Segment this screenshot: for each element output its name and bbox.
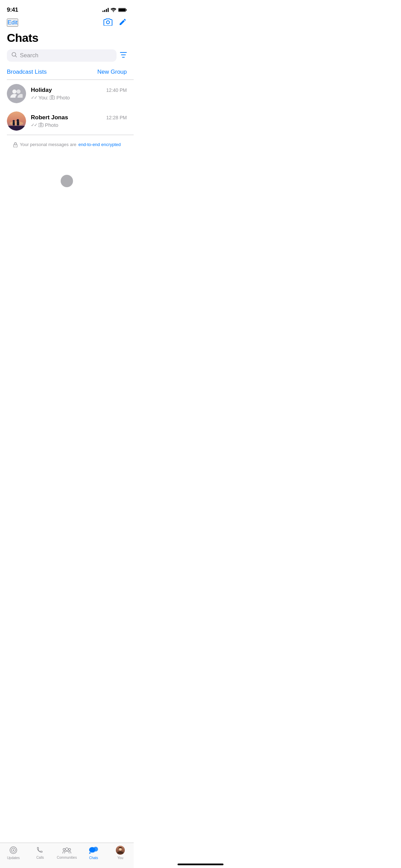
chat-list: Holiday 12:40 PM ✓✓ You: Photo bbox=[0, 80, 134, 154]
svg-rect-1 bbox=[126, 9, 127, 11]
camera-icon bbox=[104, 18, 112, 26]
chat-header-holiday: Holiday 12:40 PM bbox=[31, 87, 127, 94]
chat-time-robert-jonas: 12:28 PM bbox=[106, 115, 127, 120]
wifi-icon bbox=[111, 8, 116, 12]
svg-point-10 bbox=[13, 120, 15, 122]
encryption-notice: Your personal messages are end-to-end en… bbox=[0, 135, 134, 154]
chat-time-holiday: 12:40 PM bbox=[106, 87, 127, 93]
nav-icons bbox=[104, 18, 127, 27]
svg-point-16 bbox=[40, 124, 42, 126]
svg-point-4 bbox=[12, 89, 16, 94]
search-container: Search bbox=[0, 49, 134, 67]
svg-rect-2 bbox=[119, 9, 125, 11]
avatar-robert-jonas bbox=[7, 111, 26, 131]
chat-content-holiday: Holiday 12:40 PM ✓✓ You: Photo bbox=[31, 87, 127, 100]
camera-preview-icon-robert-jonas bbox=[38, 123, 44, 127]
media-type-robert-jonas: Photo bbox=[45, 122, 58, 128]
media-type-holiday: Photo bbox=[56, 95, 70, 100]
chat-item-holiday[interactable]: Holiday 12:40 PM ✓✓ You: Photo bbox=[0, 80, 134, 107]
svg-rect-6 bbox=[50, 96, 54, 99]
page-title: Chats bbox=[0, 30, 134, 49]
search-placeholder: Search bbox=[20, 52, 38, 59]
chat-preview-robert-jonas: ✓✓ Photo bbox=[31, 122, 127, 128]
new-group-button[interactable]: New Group bbox=[97, 69, 127, 75]
search-bar[interactable]: Search bbox=[7, 49, 117, 62]
chat-preview-holiday: ✓✓ You: Photo bbox=[31, 95, 127, 100]
edit-button[interactable]: Edit bbox=[7, 19, 18, 27]
avatar-holiday bbox=[7, 84, 26, 103]
svg-point-7 bbox=[51, 97, 53, 98]
lock-icon bbox=[13, 142, 18, 147]
you-label-holiday: You: bbox=[38, 95, 48, 100]
svg-rect-11 bbox=[13, 122, 15, 125]
filter-icon[interactable] bbox=[120, 52, 127, 59]
chat-header-robert-jonas: Robert Jonas 12:28 PM bbox=[31, 114, 127, 121]
chat-content-robert-jonas: Robert Jonas 12:28 PM ✓✓ Photo bbox=[31, 114, 127, 128]
battery-icon bbox=[118, 8, 127, 12]
camera-button[interactable] bbox=[104, 18, 112, 27]
encryption-link[interactable]: end-to-end encrypted bbox=[78, 142, 121, 147]
svg-point-5 bbox=[16, 89, 21, 94]
signal-icon bbox=[102, 8, 109, 12]
svg-point-9 bbox=[10, 121, 23, 125]
camera-preview-icon-holiday bbox=[50, 95, 55, 100]
status-bar: 9:41 bbox=[0, 0, 134, 16]
actions-row: Broadcast Lists New Group bbox=[0, 67, 134, 80]
svg-point-12 bbox=[17, 119, 19, 122]
svg-point-3 bbox=[12, 52, 16, 56]
search-icon bbox=[12, 52, 17, 59]
chat-item-robert-jonas[interactable]: Robert Jonas 12:28 PM ✓✓ Photo bbox=[0, 107, 134, 135]
svg-rect-14 bbox=[7, 126, 26, 131]
compose-button[interactable] bbox=[119, 18, 127, 27]
status-time: 9:41 bbox=[7, 7, 18, 13]
encryption-text: Your personal messages are bbox=[20, 142, 76, 147]
chat-name-robert-jonas: Robert Jonas bbox=[31, 114, 68, 121]
svg-rect-13 bbox=[17, 121, 19, 125]
svg-point-18 bbox=[15, 145, 16, 146]
svg-rect-15 bbox=[38, 123, 43, 127]
status-icons bbox=[102, 8, 127, 12]
read-receipt-robert-jonas: ✓✓ bbox=[31, 122, 37, 128]
nav-bar: Edit bbox=[0, 16, 134, 30]
broadcast-lists-button[interactable]: Broadcast Lists bbox=[7, 69, 47, 75]
chat-name-holiday: Holiday bbox=[31, 87, 52, 94]
scroll-indicator bbox=[61, 175, 73, 187]
read-receipt-holiday: ✓✓ bbox=[31, 95, 37, 100]
compose-icon bbox=[119, 18, 127, 26]
